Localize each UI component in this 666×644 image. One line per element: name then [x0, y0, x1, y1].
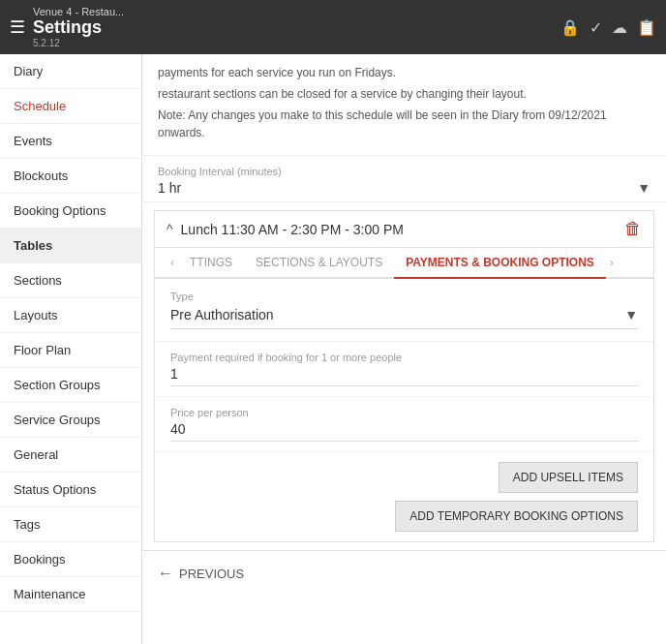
menu-icon[interactable]: ☰ [10, 16, 25, 38]
tab-payments-booking[interactable]: PAYMENTS & BOOKING OPTIONS [394, 248, 606, 279]
action-buttons: ADD UPSELL ITEMS ADD TEMPORARY BOOKING O… [155, 452, 653, 541]
payment-required-label: Payment required if booking for 1 or mor… [170, 352, 638, 363]
previous-link[interactable]: ← PREVIOUS [158, 565, 651, 582]
lock-icon[interactable]: 🔒 [560, 18, 580, 37]
type-input[interactable] [170, 305, 624, 324]
sidebar-item-maintenance[interactable]: Maintenance [0, 577, 141, 612]
sidebar-item-bookings[interactable]: Bookings [0, 542, 141, 577]
check-icon[interactable]: ✓ [590, 18, 602, 37]
venue-name: Venue 4 - Restau... [33, 6, 124, 17]
app-version: 5.2.12 [33, 38, 124, 48]
sidebar-item-booking-options[interactable]: Booking Options [0, 194, 141, 229]
type-field-section: Type ▼ [155, 279, 653, 342]
service-title: Lunch 11:30 AM - 2:30 PM - 3:00 PM [181, 222, 624, 237]
previous-arrow-icon: ← [158, 565, 173, 582]
previous-row: ← PREVIOUS [142, 550, 666, 596]
sidebar-item-layouts[interactable]: Layouts [0, 298, 141, 333]
booking-interval-row: Booking Interval (minutes) 1 hr ▼ [142, 156, 666, 202]
payment-required-section: Payment required if booking for 1 or mor… [155, 342, 653, 397]
notice-line-1: payments for each service you run on Fri… [158, 64, 651, 81]
sidebar-item-sections[interactable]: Sections [0, 263, 141, 298]
app-title: Settings [33, 17, 124, 38]
add-temp-booking-button[interactable]: ADD TEMPORARY BOOKING OPTIONS [395, 501, 638, 532]
cloud-icon[interactable]: ☁ [612, 18, 627, 37]
sidebar-item-floor-plan[interactable]: Floor Plan [0, 333, 141, 368]
sidebar-item-schedule[interactable]: Schedule [0, 89, 141, 124]
notice-line-2: restaurant sections can be closed for a … [158, 85, 651, 103]
add-upsell-button[interactable]: ADD UPSELL ITEMS [499, 462, 638, 493]
tab-ttings[interactable]: TTINGS [178, 248, 244, 279]
notice-line-3: Note: Any changes you make to this sched… [158, 107, 651, 141]
collapse-chevron-icon[interactable]: ^ [166, 222, 173, 237]
sidebar-item-blockouts[interactable]: Blockouts [0, 159, 141, 194]
type-dropdown-arrow[interactable]: ▼ [624, 307, 638, 322]
service-tabs: ‹ TTINGS SECTIONS & LAYOUTS PAYMENTS & B… [155, 248, 653, 279]
service-block: ^ Lunch 11:30 AM - 2:30 PM - 3:00 PM 🗑 ‹… [154, 210, 654, 542]
topbar: ☰ Venue 4 - Restau... Settings 5.2.12 🔒 … [0, 0, 666, 54]
price-per-person-value: 40 [170, 421, 638, 442]
sidebar-item-events[interactable]: Events [0, 124, 141, 159]
main-content: payments for each service you run on Fri… [142, 54, 666, 644]
sidebar-item-tables[interactable]: Tables [0, 229, 141, 263]
sidebar: Diary Schedule Events Blockouts Booking … [0, 54, 142, 644]
delete-service-icon[interactable]: 🗑 [624, 219, 642, 239]
sidebar-item-general[interactable]: General [0, 438, 141, 473]
sidebar-item-tags[interactable]: Tags [0, 507, 141, 542]
sidebar-item-status-options[interactable]: Status Options [0, 473, 141, 507]
price-per-person-section: Price per person 40 [155, 397, 653, 452]
payment-required-value: 1 [170, 366, 638, 386]
sidebar-item-diary[interactable]: Diary [0, 54, 141, 89]
price-per-person-label: Price per person [170, 407, 638, 418]
service-header: ^ Lunch 11:30 AM - 2:30 PM - 3:00 PM 🗑 [155, 211, 653, 248]
tab-sections-layouts[interactable]: SECTIONS & LAYOUTS [244, 248, 394, 279]
notice-area: payments for each service you run on Fri… [142, 54, 666, 156]
booking-interval-label: Booking Interval (minutes) [158, 166, 651, 177]
booking-interval-value: 1 hr [158, 180, 181, 196]
topbar-icons: 🔒 ✓ ☁ 📋 [560, 18, 656, 37]
booking-interval-arrow[interactable]: ▼ [637, 180, 651, 196]
sidebar-item-service-groups[interactable]: Service Groups [0, 403, 141, 438]
previous-label: PREVIOUS [179, 567, 244, 581]
clipboard-icon[interactable]: 📋 [637, 18, 656, 37]
tab-right-arrow[interactable]: › [606, 248, 618, 277]
sidebar-item-section-groups[interactable]: Section Groups [0, 368, 141, 403]
type-label: Type [170, 291, 638, 302]
tab-left-arrow[interactable]: ‹ [166, 248, 178, 277]
